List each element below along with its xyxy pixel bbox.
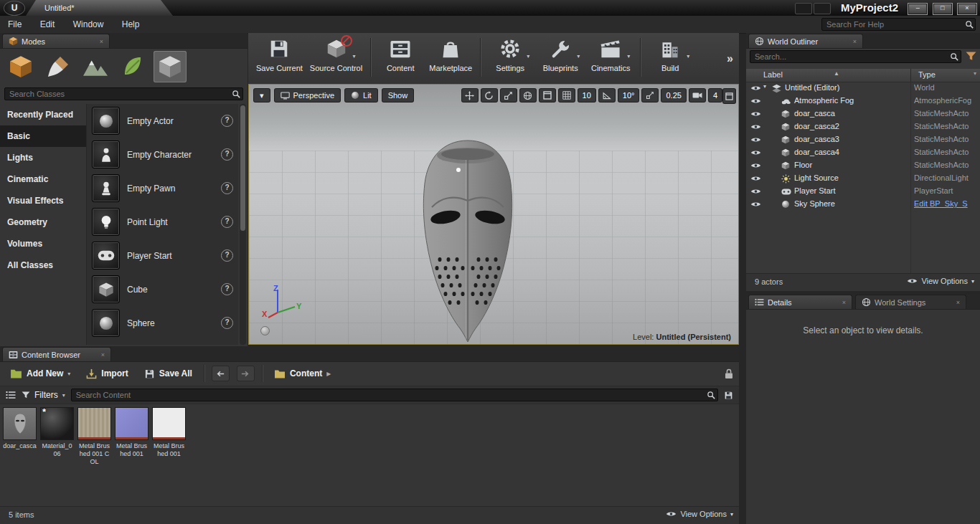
menu-help[interactable]: Help — [114, 16, 148, 29]
camera-speed-value[interactable]: 4 — [708, 88, 722, 103]
rotate-tool-button[interactable] — [481, 88, 498, 103]
category-all-classes[interactable]: All Classes — [0, 254, 86, 276]
titlebar-badge-icon[interactable] — [814, 3, 831, 14]
visibility-eye-icon[interactable] — [750, 123, 761, 130]
table-row[interactable]: Atmospheric Fog AtmosphericFog — [746, 95, 980, 108]
build-button[interactable]: ▾ Build — [645, 37, 695, 73]
lock-icon[interactable] — [725, 368, 733, 379]
table-row[interactable]: doar_casca2 StaticMeshActo — [746, 120, 980, 133]
table-row[interactable]: Sky Sphere Edit BP_Sky_S — [746, 198, 980, 211]
category-basic[interactable]: Basic — [0, 125, 86, 147]
visibility-eye-icon[interactable] — [750, 162, 761, 169]
menu-window[interactable]: Window — [65, 16, 112, 29]
column-options-icon[interactable]: ▾ — [974, 70, 976, 77]
table-row[interactable]: Player Start PlayerStart — [746, 185, 980, 198]
asset-doar-casca[interactable]: doar_casca — [3, 407, 37, 466]
translate-tool-button[interactable] — [461, 88, 479, 103]
list-item[interactable]: Empty Actor ? — [87, 104, 238, 138]
category-volumes[interactable]: Volumes — [0, 233, 86, 254]
filters-button[interactable]: Filters ▾ — [22, 390, 65, 400]
save-search-icon[interactable] — [724, 391, 733, 400]
surface-snap-button[interactable] — [539, 88, 556, 103]
list-item[interactable]: Player Start ? — [87, 239, 238, 272]
rotation-snap-toggle[interactable] — [598, 88, 616, 103]
category-cinematic[interactable]: Cinematic — [0, 168, 86, 190]
visibility-eye-icon[interactable] — [750, 97, 761, 105]
type-column-header[interactable]: Type — [918, 70, 936, 79]
helmet-mesh[interactable] — [400, 136, 536, 346]
scrollbar-thumb[interactable] — [240, 105, 245, 231]
visibility-eye-icon[interactable] — [750, 201, 761, 208]
rotation-snap-value[interactable]: 10° — [618, 88, 640, 103]
camera-speed-button[interactable] — [689, 88, 706, 103]
lit-mode-button[interactable]: Lit — [344, 88, 378, 103]
edit-blueprint-link[interactable]: Edit BP_Sky_S — [914, 199, 979, 208]
close-icon[interactable]: × — [101, 351, 105, 358]
view-options-button[interactable]: View Options ▾ — [666, 510, 733, 518]
help-search-input[interactable] — [821, 18, 976, 31]
perspective-button[interactable]: Perspective — [274, 88, 341, 103]
list-item[interactable]: Cube ? — [87, 272, 238, 306]
category-lights[interactable]: Lights — [0, 147, 86, 168]
list-item[interactable]: Empty Pawn ? — [87, 171, 238, 205]
table-row[interactable]: doar_casca StaticMeshActo — [746, 108, 980, 120]
settings-button[interactable]: ▾ Settings — [485, 37, 535, 73]
menu-file[interactable]: File — [0, 16, 29, 29]
label-column-header[interactable]: Label — [763, 70, 783, 79]
menu-edit[interactable]: Edit — [32, 16, 63, 29]
modes-scrollbar[interactable] — [240, 104, 246, 345]
visibility-eye-icon[interactable] — [750, 85, 761, 92]
asset-metal-brushed-normal[interactable]: Metal Brushed 001 — [115, 407, 149, 466]
visibility-eye-icon[interactable] — [750, 136, 761, 143]
sort-asc-icon[interactable]: ▲ — [834, 70, 839, 77]
list-item[interactable]: Point Light ? — [87, 205, 238, 239]
close-icon[interactable]: × — [842, 299, 846, 306]
scale-snap-value[interactable]: 0.25 — [661, 88, 686, 103]
breadcrumb[interactable]: Content ▸ — [270, 366, 335, 381]
grid-snap-toggle[interactable] — [558, 88, 575, 103]
show-flags-button[interactable]: Show — [382, 88, 415, 103]
mode-paint-button[interactable] — [42, 51, 75, 82]
back-button[interactable] — [212, 366, 230, 381]
close-icon[interactable]: × — [100, 38, 103, 45]
table-row[interactable]: Floor StaticMeshActo — [746, 159, 980, 172]
titlebar-shortcut-icon[interactable] — [795, 3, 812, 14]
search-classes-input[interactable] — [4, 87, 243, 100]
asset-material-006[interactable]: * Material_006 — [40, 407, 74, 466]
save-current-button[interactable]: Save Current — [253, 37, 306, 73]
minimize-button[interactable]: – — [908, 3, 928, 15]
expand-arrow-icon[interactable]: ▾ — [763, 83, 766, 90]
table-row[interactable]: doar_casca4 StaticMeshActo — [746, 146, 980, 159]
forward-button[interactable] — [237, 366, 255, 381]
asset-metal-brushed-white[interactable]: Metal Brushed 001 — [152, 407, 186, 466]
table-row[interactable]: Light Source DirectionalLight — [746, 172, 980, 185]
view-options-button[interactable]: View Options ▾ — [907, 277, 974, 285]
toolbar-overflow-chevron[interactable]: » — [727, 37, 738, 65]
mode-landscape-button[interactable] — [79, 51, 112, 82]
outliner-filter-icon[interactable] — [966, 52, 976, 61]
mode-foliage-button[interactable] — [116, 51, 149, 82]
world-outliner-tab[interactable]: World Outliner × — [748, 34, 863, 48]
asset-metal-brushed-col[interactable]: Metal Brushed 001 COL — [77, 407, 111, 466]
save-all-button[interactable]: Save All — [140, 366, 197, 381]
tab-details[interactable]: Details × — [748, 295, 852, 309]
marketplace-button[interactable]: Marketplace — [425, 37, 476, 73]
world-local-toggle[interactable] — [519, 88, 537, 103]
content-browser-tab[interactable]: Content Browser × — [2, 347, 111, 361]
mode-geometry-button[interactable] — [154, 51, 187, 82]
category-geometry[interactable]: Geometry — [0, 211, 86, 233]
blueprints-button[interactable]: ▾ Blueprints — [535, 37, 585, 73]
content-button[interactable]: Content — [375, 37, 425, 73]
level-tab[interactable]: Untitled* — [26, 0, 173, 16]
import-button[interactable]: Import — [82, 366, 132, 381]
table-row[interactable]: ▾ Untitled (Editor) World — [746, 82, 980, 95]
viewport[interactable]: ▾ Perspective Lit Show 10 10° 0.25 — [248, 84, 739, 345]
table-row[interactable]: doar_casca3 StaticMeshActo — [746, 133, 980, 146]
outliner-search-input[interactable] — [750, 50, 961, 63]
search-content-input[interactable] — [71, 389, 718, 401]
mode-place-button[interactable] — [4, 51, 37, 82]
scale-tool-button[interactable] — [500, 88, 517, 103]
source-control-button[interactable]: ▾ Source Control — [306, 37, 366, 73]
add-new-button[interactable]: Add New ▾ — [6, 366, 75, 381]
visibility-eye-icon[interactable] — [750, 110, 761, 118]
